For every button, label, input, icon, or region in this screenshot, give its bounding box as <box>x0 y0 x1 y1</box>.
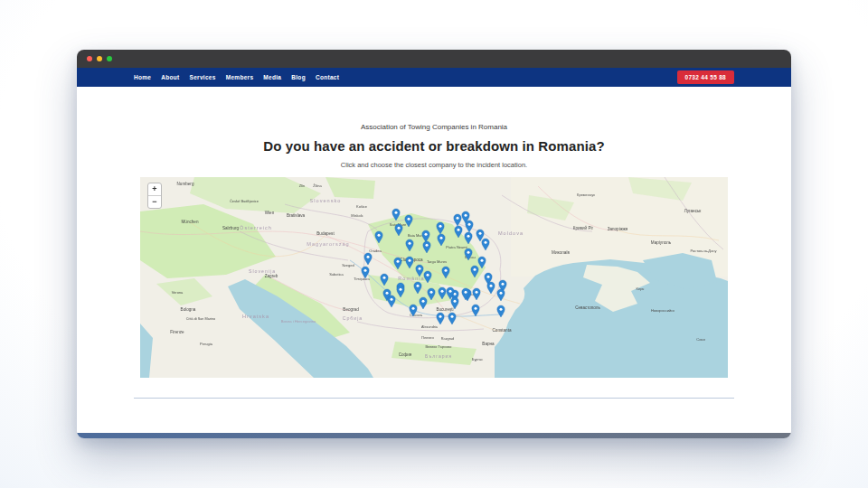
map-label: Луганськ <box>684 209 703 213</box>
map-label: Verona <box>172 290 184 295</box>
page-title: Do you have an accident or breakdown in … <box>77 138 791 154</box>
map-svg: NumbergMünchenSalzburgÖsterreichWienBrat… <box>140 177 728 378</box>
nav-item-home[interactable]: Home <box>134 74 151 80</box>
map-label: Constanta <box>493 328 512 333</box>
minimize-window-icon[interactable] <box>97 56 102 61</box>
map-label: Firenze <box>170 330 184 334</box>
map-label: Oradea <box>369 249 382 253</box>
map-label: България <box>425 353 452 359</box>
map-label: Bratislava <box>287 213 306 218</box>
map-label: Велико Търново <box>426 345 452 349</box>
map-label: Zagreb <box>265 274 278 278</box>
map-label: София <box>399 352 412 357</box>
companies-map[interactable]: + − <box>140 177 728 378</box>
nav-item-blog[interactable]: Blog <box>291 74 306 80</box>
map-label: Wien <box>265 211 275 215</box>
map-label: Кременчук <box>577 192 595 197</box>
map-label: Beograd <box>343 307 359 312</box>
map-label: Новороссийск <box>651 308 675 313</box>
nav-item-media[interactable]: Media <box>263 74 281 80</box>
map-label: Österreich <box>240 225 272 230</box>
map-label: Запоріжжя <box>608 227 628 231</box>
map-label: Hrvatska <box>242 314 269 319</box>
map-label: Севастополь <box>575 305 600 310</box>
map-label: Bucureşti <box>436 307 453 312</box>
map-label: Razgrad <box>441 337 454 341</box>
map-label: Moldova <box>498 230 524 236</box>
desktop-background: HomeAboutServicesMembersMediaBlogContact… <box>0 0 868 488</box>
map-label: Salzburg <box>222 226 240 230</box>
map-label: Miskolc <box>351 213 363 218</box>
map-label: Србија <box>343 315 363 321</box>
section-divider <box>134 398 734 399</box>
map-label: Bosna i Hercegovina <box>281 319 316 324</box>
map-label: Perugia <box>200 342 213 346</box>
footer-strip <box>77 433 791 438</box>
site-tagline: Association of Towing Companies in Roman… <box>77 87 791 131</box>
zoom-in-button[interactable]: + <box>148 183 161 195</box>
map-label: Бургас <box>472 357 483 361</box>
map-label: Кривий Ріг <box>573 225 594 230</box>
map-label: Ростов-на-Дону <box>690 249 716 253</box>
nav-item-contact[interactable]: Contact <box>316 74 339 80</box>
maximize-window-icon[interactable] <box>107 56 112 61</box>
phone-number-button[interactable]: 0732 44 55 88 <box>677 70 734 84</box>
page-content: Association of Towing Companies in Roman… <box>77 87 791 438</box>
map-label: Timişoara <box>354 277 370 281</box>
map-label: Alexandria <box>421 325 439 329</box>
map-label: Сочи <box>696 337 704 342</box>
page-subtitle: Click and choose the closest company to … <box>77 161 791 169</box>
map-label: Zlín <box>299 183 306 188</box>
window-titlebar <box>77 50 791 68</box>
map-label: Košice <box>356 204 368 209</box>
map-label: Плевен <box>421 335 434 340</box>
map-label: Slovensko <box>310 198 342 203</box>
map-label: Варна <box>482 342 495 346</box>
nav-item-about[interactable]: About <box>161 74 179 80</box>
map-label: Piatra Neamt <box>446 245 467 249</box>
map-label: Numberg <box>177 182 194 186</box>
map-label: Città di San Marino <box>186 317 215 321</box>
map-label: Žilina <box>313 183 322 188</box>
zoom-out-button[interactable]: − <box>148 195 161 208</box>
map-label: Subotica <box>329 272 344 277</box>
map-label: Targu Mures <box>427 259 447 264</box>
map-zoom-control: + − <box>147 183 162 209</box>
browser-window: HomeAboutServicesMembersMediaBlogContact… <box>77 50 791 438</box>
map-label: Szeged <box>342 263 354 267</box>
map-label: Bologna <box>181 307 196 312</box>
map-label: Маріуполь <box>651 240 672 245</box>
close-window-icon[interactable] <box>87 56 92 61</box>
map-label: Budapest <box>316 231 335 236</box>
map-label: České Budějovice <box>230 199 259 203</box>
map-label: Миколаїв <box>552 250 570 255</box>
map-label: Керч <box>637 286 645 291</box>
map-label: Magyarország <box>307 241 349 247</box>
nav-item-services[interactable]: Services <box>190 74 216 80</box>
map-label: München <box>182 220 199 224</box>
nav-item-members[interactable]: Members <box>226 74 254 80</box>
map-label: România <box>398 276 424 281</box>
main-navbar: HomeAboutServicesMembersMediaBlogContact… <box>77 68 791 87</box>
